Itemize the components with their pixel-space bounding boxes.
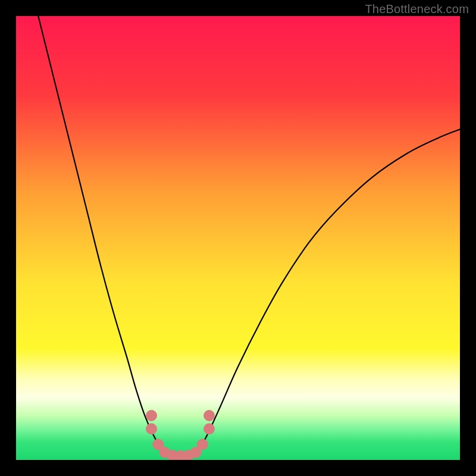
gradient-background	[16, 16, 460, 460]
watermark-label: TheBottleneck.com	[365, 2, 469, 16]
bottleneck-chart	[16, 16, 460, 460]
marker-dot	[197, 439, 208, 450]
marker-dot	[146, 424, 157, 434]
marker-dot	[146, 410, 157, 421]
chart-frame: TheBottleneck.com	[0, 0, 476, 476]
marker-dot	[204, 424, 215, 434]
marker-dot	[204, 410, 215, 421]
